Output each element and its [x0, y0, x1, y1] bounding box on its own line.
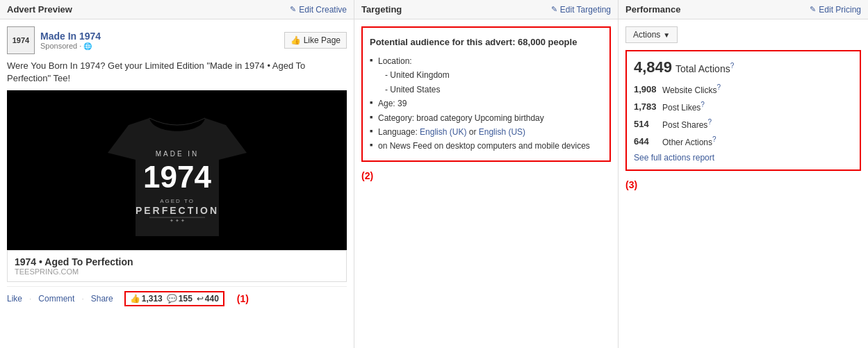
targeting-location: Location: - United Kingdom - United Stat… [370, 54, 603, 97]
performance-panel-header: Performance ✎ Edit Pricing [619, 0, 868, 19]
total-actions-num: 4,849 [634, 58, 672, 76]
targeting-title: Potential audience for this advert: 68,0… [370, 35, 603, 50]
actions-button[interactable]: Actions ▼ [625, 26, 678, 43]
targeting-location-items: - United Kingdom - United States [378, 68, 603, 97]
metric-help-icon[interactable]: ? [707, 118, 712, 126]
metric-text: Other Actions? [662, 135, 725, 147]
metric-num: 514 [634, 119, 658, 129]
comments-count: 💬 155 [167, 294, 193, 304]
tshirt-svg: MADE IN 1974 AGED TO PERFECTION ✦ ✦ ✦ [108, 97, 247, 243]
like-icon: 👍 [290, 35, 301, 45]
targeting-list: Location: - United Kingdom - United Stat… [370, 54, 603, 154]
see-full-report-link[interactable]: See full actions report [634, 153, 853, 163]
targeting-panel-header: Targeting ✎ Edit Targeting [354, 0, 618, 19]
metric-row: 1,783Post Likes? [634, 101, 853, 113]
metric-help-icon[interactable]: ? [712, 135, 716, 143]
svg-text:AGED TO: AGED TO [160, 198, 195, 204]
comment-bubble-icon: 💬 [167, 294, 177, 304]
comment-action-link[interactable]: Comment [38, 294, 74, 304]
location-uk: - United Kingdom [385, 68, 603, 82]
like-page-button[interactable]: 👍 Like Page [284, 32, 347, 49]
label-3: (3) [625, 179, 861, 190]
svg-text:PERFECTION: PERFECTION [135, 205, 218, 216]
language-us-link[interactable]: English (US) [479, 127, 525, 137]
metric-help-icon[interactable]: ? [716, 83, 721, 91]
performance-content: Actions ▼ 4,849 Total Actions? 1,908Webs… [619, 19, 868, 348]
advert-content: 1974 Made In 1974 Sponsored · 🌐 👍 Like P… [0, 19, 354, 348]
location-us: - United States [385, 83, 603, 97]
targeting-content: Potential audience for this advert: 68,0… [354, 19, 618, 348]
advert-identity: 1974 Made In 1974 Sponsored · 🌐 [7, 26, 101, 54]
engagement-box: 👍 1,313 💬 155 ↩ 440 [124, 291, 224, 306]
svg-text:MADE IN: MADE IN [155, 150, 199, 158]
metric-text: Post Shares? [662, 118, 725, 130]
edit-pricing-link[interactable]: ✎ Edit Pricing [810, 5, 861, 15]
metric-help-icon[interactable]: ? [701, 101, 705, 108]
svg-text:✦ ✦ ✦: ✦ ✦ ✦ [170, 218, 185, 223]
performance-panel: Performance ✎ Edit Pricing Actions ▼ 4,8… [619, 0, 868, 348]
page-name[interactable]: Made In 1974 [40, 31, 101, 42]
svg-text:1974: 1974 [143, 160, 211, 194]
metric-num: 644 [634, 136, 658, 147]
metric-row: 514Post Shares? [634, 118, 853, 130]
total-actions-label: Total Actions? [675, 63, 734, 74]
language-uk-link[interactable]: English (UK) [420, 127, 466, 137]
targeting-panel: Targeting ✎ Edit Targeting Potential aud… [354, 0, 619, 348]
edit-targeting-link[interactable]: ✎ Edit Targeting [551, 5, 611, 15]
sponsored-line: Sponsored · 🌐 [40, 42, 101, 50]
performance-panel-title: Performance [625, 4, 680, 15]
globe-icon: 🌐 [83, 42, 92, 50]
targeting-box: Potential audience for this advert: 68,0… [361, 26, 611, 162]
metrics-container: 1,908Website Clicks?1,783Post Likes?514P… [634, 83, 853, 147]
targeting-panel-title: Targeting [361, 4, 402, 15]
advert-body-text: Were You Born In 1974? Get your Limited … [7, 60, 347, 85]
page-icon: 1974 [7, 26, 35, 54]
likes-count: 👍 1,313 [130, 294, 163, 304]
targeting-platform: on News Feed on desktop computers and mo… [370, 139, 603, 153]
sponsored-separator: · [79, 42, 81, 50]
total-actions-help-icon[interactable]: ? [730, 62, 735, 69]
advert-link-domain: TEESPRING.COM [15, 267, 339, 276]
metric-text: Website Clicks? [662, 83, 725, 95]
edit-creative-link[interactable]: ✎ Edit Creative [290, 5, 347, 15]
advert-footer: 1974 • Aged To Perfection TEESPRING.COM [7, 250, 347, 282]
label-2: (2) [361, 170, 611, 181]
shares-count: ↩ 440 [197, 294, 219, 304]
metric-num: 1,783 [634, 101, 658, 112]
advert-actions-bar: Like · Comment · Share 👍 1,313 💬 155 ↩ [7, 286, 347, 308]
performance-box: 4,849 Total Actions? 1,908Website Clicks… [625, 50, 861, 171]
metric-row: 1,908Website Clicks? [634, 83, 853, 95]
metric-num: 1,908 [634, 84, 658, 94]
like-thumb-icon: 👍 [130, 294, 140, 304]
metric-row: 644Other Actions? [634, 135, 853, 147]
page-info: Made In 1974 Sponsored · 🌐 [40, 31, 101, 50]
targeting-language: Language: English (UK) or English (US) [370, 125, 603, 139]
targeting-age: Age: 39 [370, 97, 603, 110]
actions-caret-icon: ▼ [663, 31, 670, 39]
edit-creative-icon: ✎ [290, 5, 296, 14]
advert-link-title: 1974 • Aged To Perfection [15, 256, 339, 267]
metric-text: Post Likes? [662, 101, 725, 113]
targeting-category: Category: broad category Upcoming birthd… [370, 111, 603, 125]
advert-preview-panel: Advert Preview ✎ Edit Creative 1974 Made… [0, 0, 354, 348]
advert-image: MADE IN 1974 AGED TO PERFECTION ✦ ✦ ✦ [7, 90, 347, 250]
advert-panel-title: Advert Preview [7, 4, 72, 15]
share-action-link[interactable]: Share [91, 294, 113, 304]
label-1: (1) [237, 293, 249, 304]
like-action-link[interactable]: Like [7, 294, 22, 304]
edit-pricing-icon: ✎ [810, 5, 816, 14]
advert-header: 1974 Made In 1974 Sponsored · 🌐 👍 Like P… [7, 26, 347, 54]
total-actions: 4,849 Total Actions? [634, 58, 853, 76]
edit-targeting-icon: ✎ [551, 5, 557, 14]
share-arrow-icon: ↩ [197, 294, 204, 304]
advert-panel-header: Advert Preview ✎ Edit Creative [0, 0, 354, 19]
